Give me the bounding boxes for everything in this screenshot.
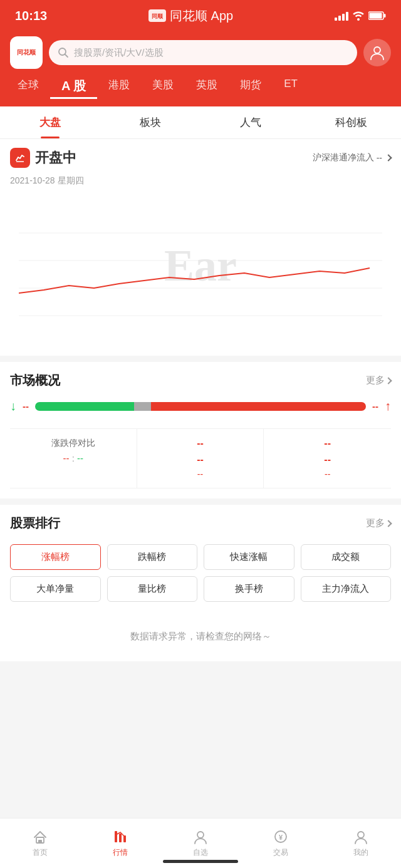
stat-cell-2: -- -- -- xyxy=(137,429,264,488)
bottom-nav-market[interactable]: 行情 xyxy=(80,819,160,868)
status-bar: 10:13 同顺 同花顺 App xyxy=(0,0,401,31)
market-overview-header: 市场概况 更多 xyxy=(0,362,401,395)
trade-icon: ¥ xyxy=(273,829,289,845)
ranking-more-chevron-icon xyxy=(385,520,392,527)
stock-ranking-title: 股票排行 xyxy=(10,515,60,532)
sub-tab-bankuai[interactable]: 板块 xyxy=(100,106,200,138)
rank-tag-liangbi[interactable]: 量比榜 xyxy=(107,576,198,602)
stat-extra-3: -- xyxy=(270,469,385,479)
bottom-nav-trade[interactable]: ¥ 交易 xyxy=(241,819,321,868)
market-overview-title: 市场概况 xyxy=(10,372,60,389)
rank-tag-diefu[interactable]: 跌幅榜 xyxy=(107,544,198,570)
nav-tab-ashare[interactable]: A 股 xyxy=(50,75,97,99)
market-overview-section: 市场概况 更多 ↓ -- -- ↑ 涨跌停对比 -- : -- xyxy=(0,362,401,499)
flow-label: 沪深港通净流入 xyxy=(313,152,374,163)
home-icon xyxy=(32,829,48,845)
stat-label-1: 涨跌停对比 xyxy=(16,438,130,449)
svg-rect-4 xyxy=(370,13,382,19)
flow-value: -- xyxy=(377,153,382,163)
stats-grid: 涨跌停对比 -- : -- -- -- -- -- -- -- xyxy=(10,428,391,488)
app-title: 同顺 同花顺 App xyxy=(148,8,233,24)
svg-line-6 xyxy=(65,54,68,58)
search-placeholder: 搜股票/资讯/大V/选股 xyxy=(74,47,164,59)
stat-extra-2: -- xyxy=(143,469,258,479)
nav-tab-futures[interactable]: 期货 xyxy=(229,75,273,99)
svg-rect-16 xyxy=(115,831,117,842)
stat-value-2: -- xyxy=(143,438,258,449)
nav-tab-et[interactable]: ET xyxy=(273,75,309,99)
svg-rect-3 xyxy=(384,14,386,18)
bottom-nav-label-home: 首页 xyxy=(33,847,48,858)
bottom-nav-label-profile: 我的 xyxy=(353,847,368,858)
sub-tab-kechuang[interactable]: 科创板 xyxy=(301,106,401,138)
stock-ranking-more[interactable]: 更多 xyxy=(366,517,391,529)
open-icon xyxy=(10,148,30,168)
nav-tab-hkshare[interactable]: 港股 xyxy=(97,75,141,99)
rank-tag-huanshou[interactable]: 换手榜 xyxy=(204,576,294,602)
market-icon xyxy=(14,152,26,164)
nav-tab-usshare[interactable]: 美股 xyxy=(141,75,185,99)
rank-tag-zhangfu[interactable]: 涨幅榜 xyxy=(10,544,101,570)
svg-point-7 xyxy=(374,47,380,53)
stat-cell-1: 涨跌停对比 -- : -- xyxy=(10,429,137,488)
bar-label-left: -- xyxy=(23,401,29,411)
nav-tab-global[interactable]: 全球 xyxy=(6,75,50,99)
rank-tag-dadan[interactable]: 大单净量 xyxy=(10,576,101,602)
flow-info[interactable]: 沪深港通净流入 -- xyxy=(313,152,391,163)
app-logo-icon: 同顺 xyxy=(148,9,166,22)
rank-tag-chengjiao[interactable]: 成交额 xyxy=(301,544,392,570)
sub-tab-dapan[interactable]: 大盘 xyxy=(0,106,100,138)
market-progress-bar xyxy=(35,402,366,411)
home-indicator xyxy=(163,860,238,863)
stat-cell-3: -- -- -- xyxy=(264,429,391,488)
status-icons xyxy=(335,11,386,21)
svg-point-19 xyxy=(197,832,204,838)
status-time: 10:13 xyxy=(15,9,47,23)
bar-gray xyxy=(134,402,150,411)
avatar-svg xyxy=(369,44,385,61)
error-message: 数据请求异常，请检查您的网络～ xyxy=(0,612,401,661)
bar-row: ↓ -- -- ↑ xyxy=(10,399,391,413)
stock-ranking-section: 股票排行 更多 涨幅榜 跌幅榜 快速涨幅 成交额 大单净量 量比榜 换手榜 主力… xyxy=(0,505,401,661)
nav-tab-ukshare[interactable]: 英股 xyxy=(185,75,229,99)
market-bar-container: ↓ -- -- ↑ xyxy=(0,395,401,428)
market-status: 开盘中 xyxy=(35,148,76,167)
wifi-icon xyxy=(352,11,365,21)
watchlist-icon xyxy=(192,829,209,845)
search-icon xyxy=(58,47,69,58)
svg-point-22 xyxy=(358,832,364,838)
stat-ratio-1: -- : -- xyxy=(16,453,130,463)
bottom-nav-home[interactable]: 首页 xyxy=(0,819,80,868)
stat-value-3: -- xyxy=(270,438,385,449)
search-bar[interactable]: 搜股票/资讯/大V/选股 xyxy=(49,40,357,65)
stat-sub-3: -- xyxy=(270,454,385,465)
market-overview-more[interactable]: 更多 xyxy=(366,375,391,386)
svg-text:Ear: Ear xyxy=(164,240,237,291)
logo-text: 同花顺 xyxy=(17,49,36,56)
bottom-nav-profile[interactable]: 我的 xyxy=(321,819,401,868)
market-header: 开盘中 沪深港通净流入 -- xyxy=(0,139,401,174)
stat-sub-2: -- xyxy=(143,454,258,465)
rank-tag-zhuli[interactable]: 主力净流入 xyxy=(301,576,392,602)
profile-icon xyxy=(353,829,369,845)
nav-tabs: 全球 A 股 港股 美股 英股 期货 ET xyxy=(0,75,401,106)
signal-bars-icon xyxy=(335,11,348,21)
bar-red xyxy=(151,402,366,411)
bar-green xyxy=(35,402,134,411)
battery-icon xyxy=(368,11,386,21)
market-date: 2021-10-28 星期四 xyxy=(0,174,401,193)
market-chart: Ear xyxy=(19,205,382,343)
stock-ranking-header: 股票排行 更多 xyxy=(0,505,401,538)
bar-label-right: -- xyxy=(372,401,378,411)
rank-tag-kuaisu[interactable]: 快速涨幅 xyxy=(204,544,294,570)
app-header: 同花顺 搜股票/资讯/大V/选股 xyxy=(0,31,401,75)
svg-text:¥: ¥ xyxy=(279,834,283,841)
market-nav-icon xyxy=(112,829,128,845)
logo-box[interactable]: 同花顺 xyxy=(10,36,43,69)
sub-tab-renqi[interactable]: 人气 xyxy=(200,106,301,138)
chart-area: Ear xyxy=(0,193,401,356)
svg-rect-15 xyxy=(38,840,42,843)
more-chevron-icon xyxy=(385,377,392,384)
flow-chevron-icon xyxy=(385,154,392,161)
avatar-icon[interactable] xyxy=(363,39,391,66)
